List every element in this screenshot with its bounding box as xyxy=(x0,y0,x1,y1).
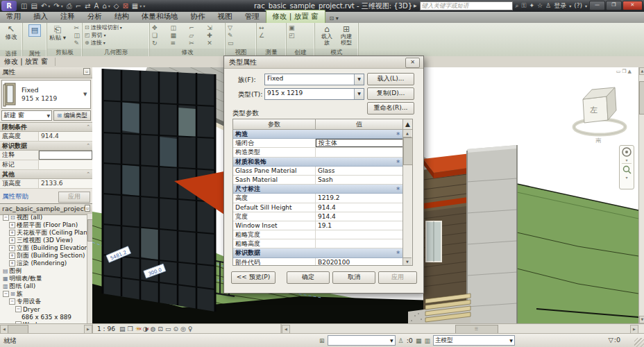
offset-icon[interactable]: ▱ xyxy=(189,32,205,40)
viewcube[interactable]: 左 南 xyxy=(570,76,634,145)
parameter-value[interactable]: 按主体 xyxy=(316,139,403,147)
expand-icon[interactable]: + xyxy=(9,253,15,259)
maximize-button[interactable]: ❐ xyxy=(606,1,622,10)
save-icon[interactable]: ▤ xyxy=(31,1,37,11)
drawing-scroll-up-icon[interactable]: ▲ xyxy=(639,67,644,75)
section-icon[interactable]: ◇ xyxy=(114,1,119,11)
parameter-row[interactable]: Window Inset19.1 xyxy=(233,221,403,230)
parameter-value[interactable]: B2020100 xyxy=(316,258,403,265)
search-binoculars-icon[interactable]: ⌕ xyxy=(516,1,519,10)
tree-item[interactable]: −⊡视图 (all) xyxy=(0,214,87,221)
close-hidden-windows-icon[interactable]: ⊠ xyxy=(122,1,128,11)
parameter-value[interactable]: 914.4 xyxy=(316,203,403,212)
expand-icon[interactable]: + xyxy=(9,230,15,236)
parameter-row[interactable]: 粗略高度 xyxy=(233,239,403,248)
parameter-group-pin-icon[interactable]: ∗ xyxy=(396,130,400,138)
parameter-group-pin-icon[interactable]: ∗ xyxy=(396,248,400,257)
tree-item[interactable]: −专用设备 xyxy=(0,298,87,305)
linework-icon[interactable]: ✎ xyxy=(228,32,254,40)
mirror-icon[interactable]: ◫ xyxy=(170,24,187,32)
show-crop-region-icon[interactable]: ▭ xyxy=(165,325,171,333)
type-selector[interactable]: Fixed 915 x 1219 ▼ xyxy=(1,80,91,109)
parameter-row[interactable]: 构造类型 xyxy=(233,148,403,157)
tree-item[interactable]: +渲染 (Rendering) xyxy=(0,260,87,267)
tree-item[interactable]: ▥图纸 (all) xyxy=(0,282,87,290)
signin-dropdown-icon[interactable]: ▾ xyxy=(569,1,571,10)
ribbon-state-toggle-icon[interactable]: ⊡ ▾ xyxy=(325,14,343,23)
detail-level-icon[interactable]: ▤ xyxy=(119,325,126,333)
match-type-icon[interactable]: ✎ xyxy=(74,40,80,47)
zoom-dropdown-icon[interactable]: ▾ xyxy=(625,176,627,179)
parameter-value[interactable]: 914.4 xyxy=(316,212,403,221)
parameter-value[interactable]: Sash xyxy=(316,176,403,184)
parameter-row[interactable]: Sash MaterialSash xyxy=(233,176,403,185)
property-value[interactable] xyxy=(39,151,92,160)
view-minimize-icon[interactable]: ▭ xyxy=(616,69,621,74)
move-icon[interactable]: ✥ xyxy=(152,24,168,32)
3d-view-dropdown-icon[interactable]: ▾ xyxy=(108,1,110,11)
split-icon[interactable]: ✂ xyxy=(189,40,205,47)
favorites-star-icon[interactable]: ☆ xyxy=(537,1,543,10)
view-cone-icon[interactable]: ▽ xyxy=(228,24,254,32)
tab-8[interactable]: 视图 xyxy=(212,10,239,23)
load-button[interactable]: 载入(L)... xyxy=(367,73,414,85)
properties-apply-button[interactable]: 应用 xyxy=(58,192,90,203)
parameter-group-header[interactable]: 构造∗ xyxy=(233,130,403,139)
type-selector-dropdown-icon[interactable]: ▼ xyxy=(83,92,90,97)
parameter-row[interactable]: 宽度914.4 xyxy=(233,212,403,221)
drawing-horizontal-scrollbar[interactable]: ◀ ☰ ▶ xyxy=(281,324,644,333)
wheel-dropdown-icon[interactable]: ▾ xyxy=(625,158,627,162)
help-icon[interactable]: (?) xyxy=(574,1,582,10)
tree-item[interactable]: +剖面 (Building Section) xyxy=(0,252,87,260)
family-dropdown[interactable]: Fixed ▼ xyxy=(264,74,364,85)
switch-windows-dropdown-icon[interactable]: ▾ xyxy=(139,1,142,11)
create-group-icon[interactable]: ▣ xyxy=(289,24,312,32)
copy-icon[interactable]: ◫ xyxy=(74,32,80,40)
dialog-close-button[interactable]: ✕ xyxy=(405,58,420,68)
design-option-dropdown[interactable]: 主模型 ▼ xyxy=(433,335,515,346)
view-scroll-top-icon[interactable]: ▲ xyxy=(628,69,632,74)
tab-1[interactable]: 常用 xyxy=(0,10,27,23)
property-group-header[interactable]: 限制条件⌃ xyxy=(0,123,92,132)
angle-dimension-icon[interactable]: ∠ xyxy=(259,32,284,40)
undo-dropdown-icon[interactable]: ▾ xyxy=(48,1,50,11)
tab-5[interactable]: 结构 xyxy=(108,10,135,23)
signin-label[interactable]: 登录 xyxy=(554,1,566,10)
duplicate-button[interactable]: 复制(D)... xyxy=(367,87,414,100)
parameter-group-header[interactable]: 标识数据∗ xyxy=(233,248,403,257)
redo-dropdown-icon[interactable]: ▾ xyxy=(61,1,63,11)
expand-icon[interactable]: + xyxy=(9,222,15,228)
customize-qat-icon[interactable]: ▾ xyxy=(143,1,145,11)
parameter-group-header[interactable]: 材质和装饰∗ xyxy=(233,158,403,167)
design-options-icon[interactable]: ▦ xyxy=(416,337,422,344)
temporary-hide-isolate-icon[interactable]: ◎ xyxy=(180,325,186,333)
parameter-group-header[interactable]: 尺寸标注∗ xyxy=(233,185,403,194)
parameter-row[interactable]: 粗略宽度 xyxy=(233,230,403,239)
text-icon[interactable]: A xyxy=(94,1,99,11)
cancel-button[interactable]: 取消 xyxy=(332,271,375,284)
tree-item[interactable]: 686 x 635 x 889 xyxy=(0,313,87,321)
create-similar-icon[interactable]: ◰ xyxy=(289,32,312,40)
aligned-dimension-icon[interactable]: ⇄ xyxy=(85,1,90,11)
show-rendering-dialog-icon[interactable]: ◍ xyxy=(150,325,155,333)
modify-tool-label[interactable]: 修改 xyxy=(6,34,17,40)
unlocked-3d-view-icon[interactable]: ⊙ xyxy=(173,325,178,333)
application-menu-button[interactable]: R xyxy=(1,1,17,11)
show-hidden-lines-icon[interactable]: ▭ xyxy=(228,40,254,47)
group-collapse-icon[interactable]: ⌃ xyxy=(86,123,90,131)
property-value[interactable]: 2133.6 xyxy=(39,179,92,188)
tab-6[interactable]: 体量和场地 xyxy=(135,10,185,23)
tree-item[interactable]: −Dryer xyxy=(0,305,87,313)
exclude-options-icon[interactable]: ▥ xyxy=(424,337,430,344)
print-icon[interactable]: ⎙ xyxy=(67,1,72,11)
expand-icon[interactable]: + xyxy=(9,260,15,266)
reveal-hidden-elements-icon[interactable]: ♀ xyxy=(188,325,193,333)
switch-windows-icon[interactable]: ▦ xyxy=(132,1,138,11)
join-end-cuts-item[interactable]: ⊡ 连接端切割▾ xyxy=(83,24,149,31)
expand-icon[interactable]: + xyxy=(9,245,15,251)
tab-2[interactable]: 插入 xyxy=(27,10,54,23)
infocenter-toggle-icon[interactable]: ▸ xyxy=(414,1,417,10)
close-button[interactable]: ✕ xyxy=(622,1,643,10)
trim-icon[interactable]: ⌐ xyxy=(189,24,205,32)
copy-tool-icon[interactable]: ❏ xyxy=(152,32,168,40)
